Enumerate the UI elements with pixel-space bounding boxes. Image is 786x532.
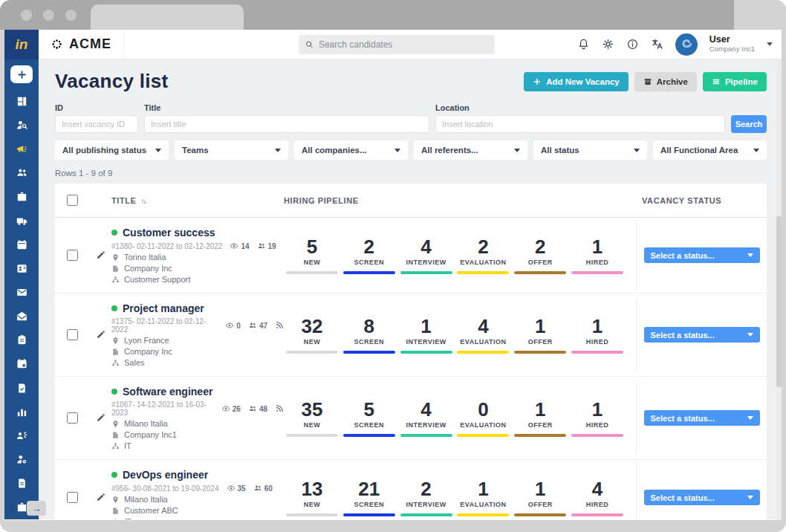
row-checkbox[interactable] <box>67 250 78 261</box>
sidebar-item-notes[interactable] <box>4 328 39 352</box>
search-input[interactable] <box>319 39 489 50</box>
window-dot-1[interactable] <box>21 10 32 21</box>
select-status-dropdown[interactable]: Select a status... <box>644 247 760 263</box>
row-checkbox[interactable] <box>67 412 78 424</box>
calendar-alt-icon <box>16 357 28 370</box>
sidebar-add-button[interactable] <box>10 65 33 83</box>
pipeline-stage-hired: 1HIRED <box>569 317 626 354</box>
hiring-pipeline: 32NEW 8SCREEN 1INTERVIEW 4EVALUATION 1OF… <box>284 317 636 354</box>
edit-button[interactable] <box>89 413 111 423</box>
eye-icon <box>221 404 230 413</box>
id-input[interactable] <box>55 115 138 133</box>
pipeline-stage-evaluation: 2EVALUATION <box>455 237 511 274</box>
functional-area-dropdown[interactable]: All Functional Area <box>653 140 767 160</box>
edit-button[interactable] <box>89 250 111 260</box>
companies-dropdown[interactable]: All companies... <box>294 140 408 160</box>
vacancy-title[interactable]: Project manager <box>123 302 204 314</box>
avatar[interactable] <box>675 33 698 56</box>
user-block[interactable]: User Company Inc1 <box>709 35 755 53</box>
select-status-dropdown[interactable]: Select a status... <box>644 490 760 505</box>
info-icon[interactable] <box>626 38 639 51</box>
search-icon <box>305 39 314 50</box>
table-row: Customer success #1380- 02-11-2022 to 02… <box>55 218 767 293</box>
row-checkbox[interactable] <box>67 329 78 340</box>
edit-button[interactable] <box>89 330 111 340</box>
bell-icon[interactable] <box>577 38 590 51</box>
sort-icon[interactable]: ↑↓ <box>141 197 146 205</box>
sidebar-item-reports[interactable] <box>4 400 39 424</box>
select-status-label: Select a status... <box>651 331 715 340</box>
user-gear-icon <box>16 453 28 466</box>
location-input[interactable] <box>435 115 725 133</box>
vacancy-title[interactable]: DevOps engineer <box>123 469 208 481</box>
select-status-dropdown[interactable]: Select a status... <box>644 410 760 426</box>
stage-label: INTERVIEW <box>398 259 455 266</box>
title-column-header[interactable]: TITLE↑↓ <box>111 196 284 205</box>
plus-icon <box>533 77 542 86</box>
stage-label: OFFER <box>512 501 568 508</box>
sidebar-item-transport[interactable] <box>4 209 39 233</box>
select-all-checkbox[interactable] <box>67 195 78 206</box>
sidebar-item-campaigns[interactable] <box>4 137 39 161</box>
row-checkbox[interactable] <box>67 492 78 503</box>
add-new-vacancy-button[interactable]: Add New Vacancy <box>524 72 628 91</box>
stage-count: 35 <box>284 400 340 419</box>
sidebar-item-dashboard[interactable] <box>4 89 39 113</box>
chevron-down-icon[interactable] <box>767 42 773 46</box>
sidebar-item-candidate-search[interactable] <box>4 114 39 137</box>
stage-underline <box>457 434 509 437</box>
document-icon <box>16 477 28 490</box>
sidebar-item-mail-open[interactable] <box>4 305 39 328</box>
stage-count: 4 <box>569 479 626 499</box>
sidebar-item-schedule[interactable] <box>4 352 39 376</box>
window-dot-3[interactable] <box>65 10 77 21</box>
sidebar-item-user-settings[interactable] <box>4 447 39 471</box>
scrollbar-thumb[interactable] <box>776 216 782 387</box>
pipeline-stage-screen: 5SCREEN <box>341 400 397 437</box>
brand[interactable]: ACME <box>39 30 124 59</box>
title-input[interactable] <box>144 115 429 133</box>
vacancy-title[interactable]: Customer success <box>123 227 215 239</box>
browser-tab[interactable] <box>91 4 244 30</box>
sidebar-item-tasks[interactable] <box>4 376 39 400</box>
stage-label: SCREEN <box>341 501 397 508</box>
stage-underline <box>514 434 566 437</box>
publishing-status-dropdown[interactable]: All publishing status <box>55 140 169 160</box>
sidebar-item-vacancies[interactable] <box>4 185 39 209</box>
user-name: User <box>709 35 755 45</box>
search-button[interactable]: Search <box>731 115 767 133</box>
status-dot-icon <box>111 472 117 478</box>
pipeline-label: Pipeline <box>725 77 758 86</box>
table-header: TITLE↑↓ HIRING PIPELINE VACANCY STATUS <box>55 184 767 218</box>
global-search[interactable] <box>299 35 495 54</box>
vacancy-id-dates: #956- 30-08-2021 to 19-09-2024 <box>111 484 219 493</box>
referents-dropdown[interactable]: All referents... <box>414 140 527 160</box>
window-dot-2[interactable] <box>43 10 54 21</box>
stage-label: INTERVIEW <box>398 338 455 346</box>
select-status-label: Select a status... <box>651 493 715 502</box>
sidebar-item-inbox[interactable] <box>4 280 39 304</box>
scrollbar[interactable] <box>776 60 782 520</box>
status-dropdown[interactable]: All status <box>533 140 647 160</box>
gear-icon[interactable] <box>602 38 614 51</box>
archive-button[interactable]: Archive <box>634 72 697 91</box>
sidebar-item-contacts[interactable] <box>4 256 39 280</box>
sidebar-item-referrals[interactable] <box>4 424 39 447</box>
pipeline-stage-screen: 8SCREEN <box>341 317 397 354</box>
stage-underline <box>343 271 395 274</box>
select-status-dropdown[interactable]: Select a status... <box>644 327 760 343</box>
stage-count: 1 <box>569 237 626 256</box>
stage-label: HIRED <box>569 421 626 429</box>
pipeline-button[interactable]: Pipeline <box>703 72 767 91</box>
app-logo[interactable]: in <box>4 30 39 59</box>
stage-label: SCREEN <box>341 259 397 266</box>
translate-icon[interactable] <box>651 38 663 51</box>
stage-underline <box>571 513 623 516</box>
sidebar-item-calendar[interactable] <box>4 233 39 256</box>
vacancy-title[interactable]: Software engineer <box>123 386 212 398</box>
sidebar-item-documents[interactable] <box>4 472 39 496</box>
edit-button[interactable] <box>89 493 111 502</box>
teams-dropdown[interactable]: Teams <box>175 140 288 160</box>
sidebar-item-candidates[interactable] <box>4 161 39 185</box>
sidebar-expand-button[interactable]: → <box>27 501 46 516</box>
